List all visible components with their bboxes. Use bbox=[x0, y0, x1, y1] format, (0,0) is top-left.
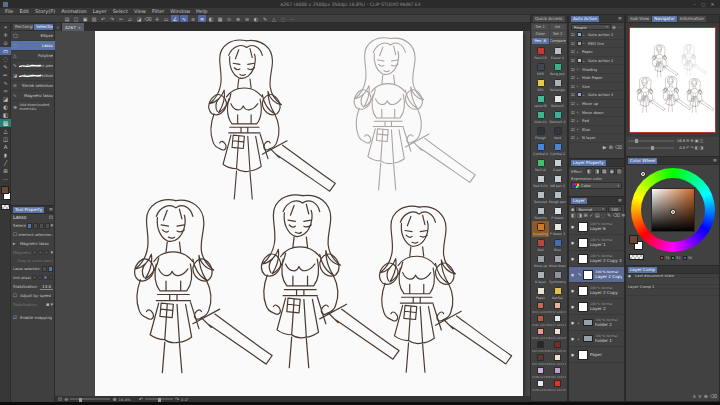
zoom-out-icon[interactable]: ⊖ bbox=[64, 397, 68, 402]
panel-menu-icon[interactable]: ≡ bbox=[713, 158, 717, 163]
layer-visibility-icon[interactable]: ● bbox=[571, 337, 576, 341]
auto-action-item[interactable]: ☑ ▸ Red bbox=[569, 117, 624, 126]
sub-tool-tab[interactable]: Selection bbox=[34, 24, 53, 30]
tab-corner-icon[interactable]: ✕ bbox=[55, 23, 62, 31]
quick-access-swatch[interactable]: R90 G58 B40 bbox=[532, 353, 549, 366]
auto-action-item[interactable]: ☑ ▸ Auto action 2 bbox=[569, 57, 624, 66]
stabilization-value[interactable]: 14.0 bbox=[40, 284, 53, 290]
chevron-down-icon[interactable]: ▾ bbox=[51, 223, 54, 228]
sv-cursor[interactable] bbox=[671, 210, 675, 214]
quick-access-swatch[interactable]: R184 G160 B200 bbox=[549, 366, 566, 379]
nav-zoom-out-icon[interactable]: ⊖ bbox=[686, 139, 689, 143]
layer-visibility-icon[interactable]: ● bbox=[571, 289, 576, 293]
canvas[interactable] bbox=[95, 31, 523, 396]
antialias-none[interactable] bbox=[32, 275, 37, 280]
layer-visibility-icon[interactable]: ● bbox=[571, 225, 576, 229]
rotate-left-icon[interactable]: ↶ bbox=[139, 397, 143, 402]
gradient-tool[interactable]: ▨ bbox=[0, 119, 11, 127]
panel-menu-icon[interactable]: ≡ bbox=[49, 207, 53, 212]
layer-row[interactable]: ● ▸ 100 % Normal Folder 1 bbox=[569, 331, 624, 347]
sub-tool-item[interactable]: ◌ Lasso bbox=[11, 41, 55, 51]
quick-access-tool[interactable]: Move up bbox=[532, 253, 549, 269]
antialias-weak[interactable] bbox=[38, 275, 43, 280]
action-checkbox[interactable]: ☑ bbox=[571, 135, 576, 140]
menu-item[interactable]: View bbox=[134, 8, 146, 14]
layers-tab[interactable]: Layer bbox=[571, 198, 587, 204]
action-checkbox[interactable]: ☑ bbox=[571, 32, 576, 37]
color-wheel-tab[interactable]: Color Wheel bbox=[628, 158, 657, 164]
eraser-tool[interactable]: ◪ bbox=[0, 95, 11, 103]
quick-access-swatch[interactable]: R198 G178 B220 bbox=[532, 366, 549, 379]
nav-fit-icon[interactable]: ▣ bbox=[695, 139, 699, 143]
layer-row[interactable]: ● ▸ 100 % Normal Layer 6 bbox=[569, 219, 624, 235]
quick-access-set-button[interactable]: Color bbox=[532, 31, 549, 37]
layer-row[interactable]: ● ▸ 100 % Normal Layer 2 Copy 3 bbox=[569, 251, 624, 267]
new-layer-icon[interactable]: ⊞ bbox=[583, 213, 587, 218]
copy[interactable]: ▱ bbox=[126, 15, 134, 22]
quick-access-tool[interactable]: Pecil Ai bbox=[532, 157, 549, 173]
lasso-tool[interactable]: ◌ bbox=[0, 55, 11, 63]
quick-access-tool[interactable]: KanSai bbox=[549, 285, 566, 301]
action-checkbox[interactable]: ☑ bbox=[571, 75, 576, 80]
menu-item[interactable]: Layer bbox=[93, 8, 107, 14]
delete[interactable]: ⌫ bbox=[144, 15, 152, 22]
quick-access-tool[interactable]: Textured bbox=[532, 189, 549, 205]
action-checkbox[interactable]: ☑ bbox=[571, 84, 576, 89]
quick-access-tool[interactable]: MER bbox=[532, 61, 549, 77]
expand-icon[interactable]: ▸ bbox=[577, 136, 581, 140]
action-checkbox[interactable]: ☑ bbox=[571, 92, 576, 97]
layer-row[interactable]: ● ▸ 100 % Normal Layer 1 bbox=[569, 235, 624, 251]
comp-down-icon[interactable]: ∨ bbox=[698, 394, 702, 399]
quick-access-tool[interactable]: Cymbal K bbox=[532, 141, 549, 157]
new-file[interactable]: ▤ bbox=[63, 15, 71, 22]
fill-tool[interactable]: ◧ bbox=[0, 111, 11, 119]
transparent-color-swatch[interactable] bbox=[1, 204, 10, 210]
panel-menu-icon[interactable]: ≡ bbox=[618, 16, 622, 21]
rotate-right-icon[interactable]: ↷ bbox=[175, 397, 179, 402]
undo[interactable]: ↶ bbox=[99, 15, 107, 22]
tool-property-tab[interactable]: Tool Property bbox=[13, 207, 44, 213]
layer-color-icon[interactable]: ◉ bbox=[609, 168, 615, 174]
expand-icon[interactable]: ▸ bbox=[583, 59, 587, 63]
expand-icon[interactable]: ▸ bbox=[577, 127, 581, 131]
grid[interactable]: ▦ bbox=[216, 15, 224, 22]
transparent-swatch[interactable] bbox=[629, 254, 644, 260]
quick-access-tool[interactable]: Hard bbox=[549, 125, 566, 141]
expand-icon[interactable]: ▸ bbox=[583, 41, 587, 45]
interlock-checkbox[interactable]: ☐ bbox=[13, 232, 17, 237]
folder-expand-icon[interactable]: ▸ bbox=[578, 321, 581, 325]
cut[interactable]: ✂ bbox=[117, 15, 125, 22]
panel-menu-icon[interactable]: ≡ bbox=[618, 198, 622, 203]
quick-access-tool[interactable]: RES bbox=[532, 77, 549, 93]
open-file[interactable]: ◫ bbox=[72, 15, 80, 22]
sub-tool-tab[interactable]: Rectangle bbox=[13, 24, 33, 30]
layer-visibility-icon[interactable]: ● bbox=[571, 273, 576, 277]
operation-tool[interactable]: ⌖ bbox=[0, 23, 11, 31]
sub-tool-item[interactable]: ⊙ Shrink selection bbox=[11, 81, 55, 91]
auto-action-item[interactable]: ☑ ▸ N layer bbox=[569, 134, 624, 143]
redo[interactable]: ↷ bbox=[108, 15, 116, 22]
action-checkbox[interactable]: ☑ bbox=[571, 127, 576, 132]
quick-access-swatch[interactable]: R42 G36 B48 bbox=[532, 340, 549, 353]
move-tool[interactable]: ✛ bbox=[0, 31, 11, 39]
action-checkbox[interactable]: ☑ bbox=[571, 101, 576, 106]
text-tool[interactable]: A bbox=[0, 143, 11, 151]
magnet-option-3[interactable] bbox=[44, 250, 49, 255]
menu-item[interactable]: Story(P) bbox=[35, 8, 55, 14]
quick-access-swatch[interactable]: R201 G106 B78 bbox=[532, 301, 549, 314]
flip-view[interactable]: ◧ bbox=[207, 15, 215, 22]
action-checkbox[interactable]: ☑ bbox=[571, 118, 576, 123]
new-folder-icon[interactable]: ▤ bbox=[595, 213, 600, 218]
nav-100-icon[interactable]: ◫ bbox=[700, 139, 704, 143]
action-set-select[interactable]: People ▾ bbox=[571, 24, 611, 30]
lasso-mode-2[interactable] bbox=[48, 266, 53, 272]
action-checkbox[interactable]: ☑ bbox=[571, 58, 576, 63]
quick-access-tool[interactable]: Rough pen bbox=[549, 189, 566, 205]
magnet-option-1[interactable] bbox=[32, 250, 37, 255]
quick-access-tool[interactable]: N layer bbox=[532, 269, 549, 285]
quick-access-swatch[interactable]: R232 G180 B158 bbox=[549, 301, 566, 314]
minimize-button[interactable]: – bbox=[690, 2, 699, 7]
antialias-middle[interactable] bbox=[43, 275, 48, 280]
zoom-in-icon[interactable]: ⊕ bbox=[112, 397, 116, 402]
comp-delete-icon[interactable]: ⌫ bbox=[710, 394, 717, 399]
